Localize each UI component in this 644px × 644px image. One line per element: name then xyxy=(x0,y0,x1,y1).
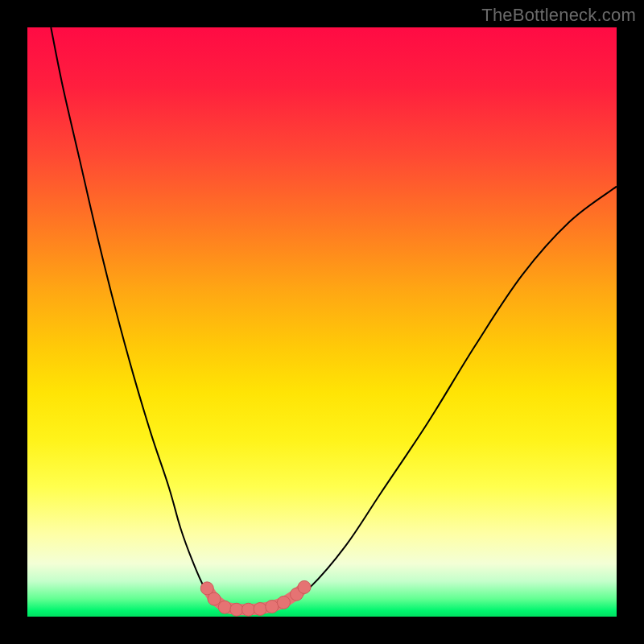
valley-marker xyxy=(242,603,255,616)
valley-marker xyxy=(208,592,221,605)
valley-marker xyxy=(266,601,279,613)
valley-marker xyxy=(277,596,290,609)
valley-marker xyxy=(254,602,266,615)
watermark-text: TheBottleneck.com xyxy=(481,5,636,26)
valley-marker xyxy=(298,580,311,593)
bottleneck-curve xyxy=(27,27,617,617)
plot-area xyxy=(27,27,617,617)
chart-frame: TheBottleneck.com xyxy=(0,0,644,644)
valley-marker xyxy=(230,603,243,616)
valley-marker xyxy=(218,601,231,613)
